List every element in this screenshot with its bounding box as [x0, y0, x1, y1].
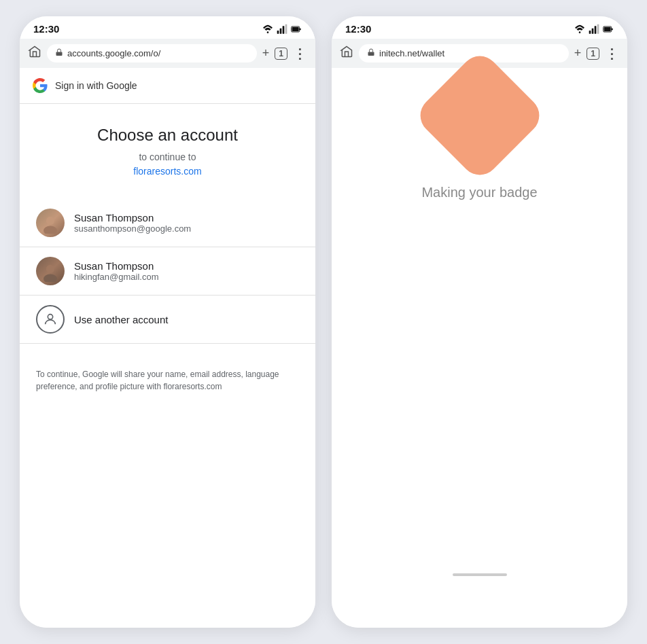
svg-rect-6 — [300, 28, 301, 30]
battery-icon-right — [603, 24, 614, 35]
account-email-2: hikingfan@gmail.com — [74, 272, 158, 282]
site-link[interactable]: floraresorts.com — [133, 166, 201, 177]
svg-rect-20 — [597, 24, 599, 33]
add-tab-right[interactable]: + — [574, 46, 582, 60]
svg-point-13 — [43, 274, 57, 282]
svg-rect-7 — [292, 27, 299, 31]
account-name-2: Susan Thompson — [74, 260, 158, 272]
account-email-1: susanthompson@google.com — [74, 223, 191, 234]
wifi-icon-right — [574, 24, 585, 35]
left-phone: 12:30 — [20, 16, 315, 628]
page-content-left: Sign in with Google Choose an account to… — [20, 68, 315, 628]
choose-title: Choose an account — [36, 126, 299, 145]
signal-icon-right — [589, 24, 599, 35]
svg-point-12 — [46, 265, 54, 273]
svg-rect-2 — [280, 28, 282, 33]
svg-point-15 — [48, 315, 52, 319]
continue-to: to continue to — [36, 151, 299, 162]
person-svg — [43, 312, 58, 327]
svg-rect-24 — [368, 52, 374, 56]
url-left: accounts.google.com/o/ — [67, 48, 160, 58]
home-button-left[interactable] — [28, 45, 41, 62]
svg-rect-19 — [595, 26, 597, 33]
svg-rect-22 — [612, 28, 613, 30]
svg-rect-8 — [56, 52, 63, 56]
browser-chrome-left: accounts.google.com/o/ + 1 ⋮ — [20, 39, 315, 68]
status-bar-right: 12:30 — [332, 16, 627, 39]
use-another-account[interactable]: Use another account — [20, 296, 315, 344]
svg-rect-3 — [283, 26, 285, 33]
account-info-2: Susan Thompson hikingfan@gmail.com — [74, 260, 158, 282]
avatar-img-1 — [39, 212, 61, 234]
account-name-1: Susan Thompson — [74, 212, 191, 223]
bottom-bar — [453, 573, 507, 576]
signal-icon — [277, 24, 287, 35]
choose-account-section: Choose an account to continue to florare… — [20, 104, 315, 188]
home-button-right[interactable] — [340, 45, 353, 62]
privacy-note: To continue, Google will share your name… — [20, 355, 315, 406]
status-bar-left: 12:30 — [20, 16, 315, 39]
svg-point-10 — [43, 226, 57, 234]
svg-rect-18 — [592, 28, 594, 33]
badge-diamond — [413, 48, 547, 183]
svg-point-16 — [579, 31, 581, 33]
time-right: 12:30 — [345, 23, 371, 35]
status-icons-right — [574, 24, 614, 35]
svg-point-0 — [267, 31, 269, 33]
svg-point-9 — [46, 217, 54, 225]
svg-rect-17 — [589, 31, 591, 34]
address-bar-left[interactable]: accounts.google.com/o/ — [47, 44, 257, 62]
person-icon — [36, 305, 65, 334]
badge-page: Making your badge — [332, 68, 627, 628]
svg-rect-1 — [277, 31, 279, 34]
account-info-1: Susan Thompson susanthompson@google.com — [74, 212, 191, 234]
right-phone: 12:30 — [332, 16, 627, 628]
avatar-2 — [36, 257, 65, 285]
use-another-label: Use another account — [74, 314, 168, 325]
lock-icon-left — [55, 48, 63, 58]
google-signin-label: Sign in with Google — [55, 80, 137, 91]
google-header: Sign in with Google — [20, 68, 315, 104]
account-item-2[interactable]: Susan Thompson hikingfan@gmail.com — [20, 247, 315, 296]
add-tab-left[interactable]: + — [262, 46, 270, 60]
status-icons-left — [262, 24, 302, 35]
url-right: initech.net/wallet — [379, 48, 444, 58]
wifi-icon — [262, 24, 273, 35]
tab-count-right[interactable]: 1 — [587, 48, 599, 60]
avatar-img-2 — [39, 260, 61, 282]
lock-icon-right — [367, 48, 375, 58]
avatar-1 — [36, 209, 65, 237]
svg-rect-4 — [285, 24, 287, 33]
accounts-list: Susan Thompson susanthompson@google.com … — [20, 199, 315, 344]
tab-count-left[interactable]: 1 — [275, 48, 287, 60]
time-left: 12:30 — [33, 23, 59, 35]
badge-label: Making your badge — [421, 185, 537, 200]
menu-right[interactable]: ⋮ — [605, 46, 619, 62]
account-item-1[interactable]: Susan Thompson susanthompson@google.com — [20, 199, 315, 247]
address-bar-right[interactable]: initech.net/wallet — [359, 44, 569, 62]
menu-left[interactable]: ⋮ — [293, 46, 307, 62]
svg-rect-23 — [604, 27, 611, 31]
google-logo — [32, 77, 48, 94]
battery-icon — [291, 24, 302, 35]
